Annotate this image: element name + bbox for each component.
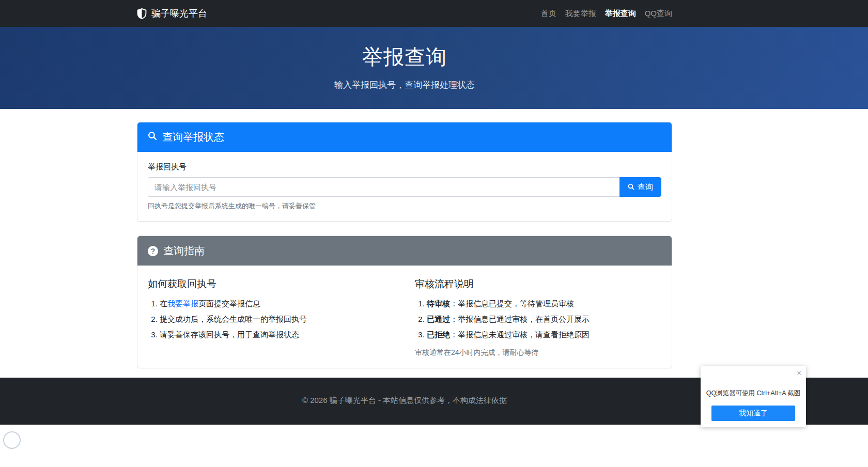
report-page-link[interactable]: 我要举报	[167, 299, 198, 308]
query-button-label: 查询	[638, 182, 653, 192]
query-button[interactable]: 查询	[619, 177, 661, 197]
receipt-label: 举报回执号	[148, 162, 661, 172]
list-item: 在我要举报页面提交举报信息	[160, 298, 394, 309]
floating-widget[interactable]	[3, 431, 21, 449]
query-status-card: 查询举报状态 举报回执号 查询 回	[137, 122, 672, 222]
nav-links: 首页 我要举报 举报查询 QQ查询	[541, 9, 672, 19]
qq-browser-toast: × QQ浏览器可使用 Ctrl+Alt+A 截图 我知道了	[701, 366, 806, 427]
status-desc: ：举报信息已提交，等待管理员审核	[450, 299, 574, 308]
nav-item-home[interactable]: 首页	[541, 9, 556, 19]
search-icon	[148, 131, 157, 143]
guide-card-title: 查询指南	[163, 244, 205, 258]
nav-item-qq[interactable]: QQ查询	[645, 9, 672, 19]
guide-process-column: 审核流程说明 待审核：举报信息已提交，等待管理员审核 已通过：举报信息已通过审核…	[415, 276, 661, 357]
status-term: 已通过	[427, 315, 450, 323]
page-title: 举报查询	[137, 43, 672, 71]
receipt-input[interactable]	[148, 177, 619, 197]
search-icon	[628, 183, 634, 192]
guide-right-list: 待审核：举报信息已提交，等待管理员审核 已通过：举报信息已通过审核，在首页公开展…	[415, 298, 661, 340]
toast-message: QQ浏览器可使用 Ctrl+Alt+A 截图	[706, 389, 801, 398]
shield-icon	[137, 8, 147, 19]
guide-left-list: 在我要举报页面提交举报信息 提交成功后，系统会生成唯一的举报回执号 请妥善保存该…	[148, 298, 394, 340]
list-item: 待审核：举报信息已提交，等待管理员审核	[427, 298, 661, 309]
query-card-title: 查询举报状态	[162, 130, 224, 144]
nav-item-report[interactable]: 我要举报	[565, 9, 596, 19]
list-item: 已拒绝：举报信息未通过审核，请查看拒绝原因	[427, 329, 661, 340]
hero-banner: 举报查询 输入举报回执号，查询举报处理状态	[0, 27, 868, 109]
review-time-note: 审核通常在24小时内完成，请耐心等待	[415, 348, 661, 357]
receipt-input-group: 查询	[148, 177, 661, 197]
question-circle-icon: ?	[148, 246, 158, 256]
navbar: 骗子曝光平台 首页 我要举报 举报查询 QQ查询	[0, 0, 868, 27]
guide-how-to-column: 如何获取回执号 在我要举报页面提交举报信息 提交成功后，系统会生成唯一的举报回执…	[148, 276, 394, 357]
page-subtitle: 输入举报回执号，查询举报处理状态	[137, 79, 672, 91]
toast-confirm-button[interactable]: 我知道了	[711, 406, 795, 421]
status-term: 待审核	[427, 299, 450, 308]
status-desc: ：举报信息未通过审核，请查看拒绝原因	[450, 330, 590, 339]
brand-name: 骗子曝光平台	[151, 7, 207, 20]
guide-card-header: ? 查询指南	[137, 236, 672, 266]
query-card-header: 查询举报状态	[137, 122, 672, 152]
list-item: 已通过：举报信息已通过审核，在首页公开展示	[427, 314, 661, 325]
receipt-hint: 回执号是您提交举报后系统生成的唯一编号，请妥善保管	[148, 201, 661, 211]
guide-left-title: 如何获取回执号	[148, 277, 394, 291]
query-guide-card: ? 查询指南 如何获取回执号 在我要举报页面提交举报信息 提交成功后，系统会生成…	[137, 236, 672, 368]
main-content: 查询举报状态 举报回执号 查询 回	[0, 109, 868, 378]
status-term: 已拒绝	[427, 330, 450, 339]
list-item-text: 在	[160, 299, 167, 308]
list-item: 提交成功后，系统会生成唯一的举报回执号	[160, 314, 394, 325]
list-item-text: 页面提交举报信息	[198, 299, 260, 308]
close-icon[interactable]: ×	[797, 369, 801, 377]
guide-right-title: 审核流程说明	[415, 277, 661, 291]
footer-text: © 2026 骗子曝光平台 - 本站信息仅供参考，不构成法律依据	[137, 396, 672, 406]
brand[interactable]: 骗子曝光平台	[137, 7, 207, 20]
list-item: 请妥善保存该回执号，用于查询举报状态	[160, 329, 394, 340]
nav-item-query[interactable]: 举报查询	[605, 9, 636, 19]
status-desc: ：举报信息已通过审核，在首页公开展示	[450, 315, 590, 323]
